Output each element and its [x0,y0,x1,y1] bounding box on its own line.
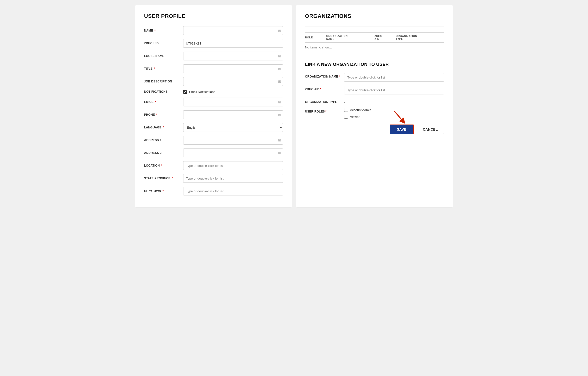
zdhc-uid-row: ZDHC UID [144,39,283,48]
job-description-input-icon: ⊞ [278,80,281,83]
name-required: * [154,29,156,32]
email-input-icon: ⊞ [278,100,281,104]
organizations-table: ROLE ORGANIZATIONNAME ZDHCAID ORGANIZATI… [305,32,444,52]
language-label: LANGUAGE * [144,126,183,129]
no-items-row: No items to show... [305,43,444,52]
link-user-roles-row: USER ROLES* Account Admin Viewer [305,108,444,119]
location-label: LOCATION * [144,164,183,167]
notifications-checkbox-row: Email Notifications [183,90,215,94]
cancel-button[interactable]: CANCEL [417,125,444,134]
address2-row: ADDRESS 2 ⊞ [144,148,283,157]
phone-input-icon: ⊞ [278,113,281,117]
name-field-wrapper: ⊞ [183,26,283,35]
no-items-text: No items to show... [305,42,332,53]
job-description-row: JOB DESCRIPTION ⊞ [144,77,283,86]
user-profile-panel: USER PROFILE NAME * ⊞ ZDHC UID LOCAL NAM… [135,5,292,207]
viewer-checkbox[interactable] [344,115,348,119]
link-org-title: LINK A NEW ORGANIZATION TO USER [305,62,444,67]
address2-input[interactable] [183,148,283,157]
button-row: SAVE CANCEL [305,125,444,134]
viewer-label: Viewer [350,115,360,119]
address2-field-wrapper: ⊞ [183,148,283,157]
email-field-wrapper: ⊞ [183,98,283,106]
email-label: EMAIL * [144,100,183,104]
link-org-section: LINK A NEW ORGANIZATION TO USER ORGANIZA… [305,62,444,134]
orgs-divider [305,26,444,26]
name-input[interactable] [183,26,283,35]
user-profile-title: USER PROFILE [144,13,283,19]
name-input-icon: ⊞ [278,29,281,33]
link-org-type-label: ORGANIZATION TYPE [305,98,344,104]
city-required: * [162,189,164,193]
language-select[interactable]: English French Spanish German Chinese [183,123,283,132]
local-name-input-icon: ⊞ [278,54,281,58]
account-admin-label: Account Admin [350,108,371,112]
city-input[interactable] [183,187,283,195]
link-user-roles-required: * [325,110,327,113]
title-row: TITLE * ⊞ [144,64,283,73]
state-label: STATE/PROVINCE * [144,177,183,180]
address1-input[interactable] [183,136,283,145]
email-input[interactable] [183,98,283,106]
zdhc-uid-label: ZDHC UID [144,42,183,45]
local-name-field-wrapper: ⊞ [183,52,283,60]
city-row: CITY/TOWN * [144,187,283,195]
job-description-input[interactable] [183,77,283,86]
job-description-label: JOB DESCRIPTION [144,80,183,83]
state-row: STATE/PROVINCE * [144,174,283,183]
location-required: * [161,164,162,167]
title-input[interactable] [183,64,283,73]
job-description-field-wrapper: ⊞ [183,77,283,86]
notifications-row: NOTIFICATIONS Email Notifications [144,90,283,94]
link-org-type-row: ORGANIZATION TYPE - [305,98,444,104]
link-org-name-input[interactable] [344,73,444,82]
address1-label: ADDRESS 1 [144,138,183,142]
link-org-name-required: * [339,75,340,78]
arrow-indicator [393,110,408,125]
col-org-name: ORGANIZATIONNAME [326,33,374,43]
address1-input-icon: ⊞ [278,138,281,142]
save-button[interactable]: SAVE [390,125,414,134]
state-input[interactable] [183,174,283,183]
link-user-roles-label: USER ROLES* [305,108,344,113]
email-notifications-checkbox[interactable] [183,90,187,94]
location-input[interactable] [183,161,283,170]
col-zdhc-aid: ZDHCAID [374,33,396,43]
email-row: EMAIL * ⊞ [144,98,283,106]
org-table-header-row: ROLE ORGANIZATIONNAME ZDHCAID ORGANIZATI… [305,33,444,43]
link-org-name-row: ORGANIZATION NAME* [305,73,444,82]
col-org-type: ORGANIZATIONTYPE [396,33,444,43]
local-name-label: LOCAL NAME [144,54,183,58]
phone-field-wrapper: ⊞ [183,110,283,119]
city-label: CITY/TOWN * [144,189,183,193]
local-name-input[interactable] [183,52,283,60]
link-zdhc-aid-required: * [320,88,321,91]
organizations-panel: ORGANIZATIONS ROLE ORGANIZATIONNAME ZDHC… [296,5,453,207]
email-notifications-label: Email Notifications [189,90,215,94]
link-org-name-label: ORGANIZATION NAME* [305,73,344,78]
link-zdhc-aid-row: ZDHC AID* [305,86,444,94]
account-admin-checkbox[interactable] [344,108,348,112]
location-row: LOCATION * [144,161,283,170]
address1-field-wrapper: ⊞ [183,136,283,145]
svg-line-1 [394,111,403,122]
address2-label: ADDRESS 2 [144,151,183,155]
state-required: * [172,177,173,180]
address1-row: ADDRESS 1 ⊞ [144,136,283,145]
title-field-wrapper: ⊞ [183,64,283,73]
title-input-icon: ⊞ [278,67,281,71]
zdhc-uid-input[interactable] [183,39,283,48]
email-required: * [155,100,156,104]
link-zdhc-aid-input[interactable] [344,86,444,94]
phone-input[interactable] [183,110,283,119]
language-required: * [163,126,164,129]
name-row: NAME * ⊞ [144,26,283,35]
link-org-type-value: - [344,98,444,104]
link-zdhc-aid-label: ZDHC AID* [305,86,344,91]
local-name-row: LOCAL NAME ⊞ [144,52,283,60]
organizations-title: ORGANIZATIONS [305,13,444,19]
title-label: TITLE * [144,67,183,70]
language-row: LANGUAGE * English French Spanish German… [144,123,283,132]
name-label: NAME * [144,29,183,32]
col-role: ROLE [305,33,326,43]
